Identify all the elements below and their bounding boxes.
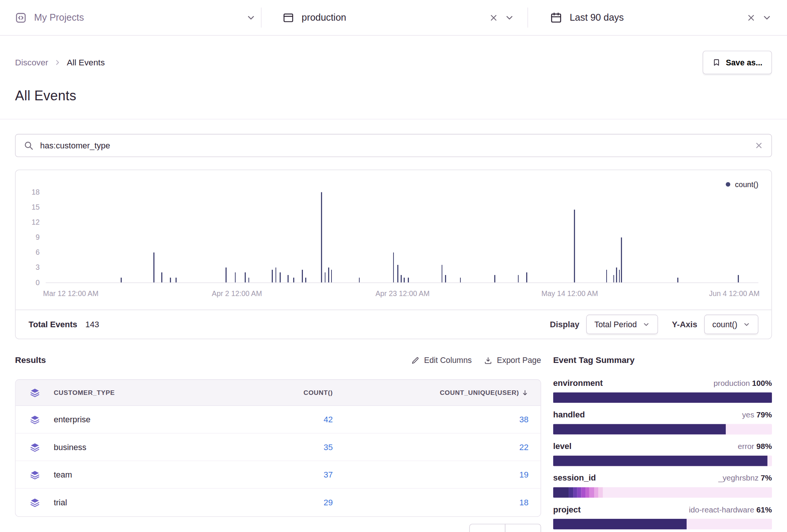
column-header-customer-type[interactable]: CUSTOMER_TYPE — [54, 389, 263, 396]
tag-summary-item: levelerror 98% — [553, 441, 772, 466]
count-unique-link[interactable]: 22 — [333, 442, 540, 452]
tag-bar-segment[interactable] — [553, 424, 726, 434]
y-tick-label: 12 — [32, 217, 40, 227]
breadcrumb-discover[interactable]: Discover — [15, 57, 48, 68]
tag-bar-segment[interactable] — [553, 392, 772, 403]
customer-type-value: enterprise — [54, 415, 263, 424]
results-table: CUSTOMER_TYPE COUNT() COUNT_UNIQUE(USER)… — [15, 379, 541, 517]
column-header-count[interactable]: COUNT() — [262, 389, 333, 396]
breadcrumb: Discover All Events — [15, 57, 105, 68]
count-unique-link[interactable]: 19 — [333, 470, 540, 479]
y-axis-dropdown[interactable]: count() — [704, 314, 758, 334]
y-tick-label: 9 — [36, 232, 40, 242]
tag-bar-segment[interactable] — [598, 487, 603, 498]
customer-type-value: business — [54, 442, 263, 452]
chevron-down-icon[interactable] — [762, 12, 772, 23]
count-unique-link[interactable]: 18 — [333, 498, 540, 507]
display-mode-value: Total Period — [595, 320, 637, 329]
tag-bar-segment[interactable] — [553, 487, 569, 498]
tag-bar-segment[interactable] — [568, 487, 573, 498]
y-tick-label: 15 — [32, 202, 40, 212]
table-body: enterprise4238business3522team3719trial2… — [15, 406, 540, 516]
clear-search-icon[interactable] — [754, 141, 763, 150]
search-input[interactable] — [40, 141, 748, 150]
export-page-button[interactable]: Export Page — [484, 356, 541, 365]
save-as-button[interactable]: Save as... — [703, 51, 772, 74]
chevron-down-icon[interactable] — [504, 12, 515, 23]
count-unique-link[interactable]: 38 — [333, 415, 540, 424]
table-row[interactable]: trial2918 — [15, 489, 540, 516]
tag-top-value: _yeghrsbnz 7% — [718, 474, 772, 483]
count-link[interactable]: 37 — [262, 470, 333, 479]
table-row[interactable]: business3522 — [15, 434, 540, 461]
tag-top-value: error 98% — [738, 442, 772, 451]
y-tick-label: 18 — [32, 187, 40, 197]
chart-footer: Total Events 143 Display Total Period Y-… — [15, 310, 771, 339]
tag-bar-segment[interactable] — [581, 487, 586, 498]
x-tick-label: May 14 12:00 AM — [541, 290, 598, 298]
tag-name: project — [553, 505, 581, 514]
date-range-label: Last 90 days — [570, 12, 624, 23]
project-selector[interactable]: My Projects — [15, 0, 261, 35]
discover-page: My Projects production — [0, 0, 787, 532]
table-header: CUSTOMER_TYPE COUNT() COUNT_UNIQUE(USER) — [15, 380, 540, 406]
tag-name: level — [553, 441, 572, 451]
tag-bar-segment[interactable] — [586, 487, 589, 498]
count-link[interactable]: 42 — [262, 415, 333, 424]
tag-distribution-bar — [553, 519, 772, 529]
window-icon — [283, 12, 294, 23]
save-as-label: Save as... — [726, 58, 762, 67]
results-title: Results — [15, 355, 46, 366]
total-events-value: 143 — [85, 320, 99, 329]
tag-bar-segment[interactable] — [594, 487, 598, 498]
tag-bar-segment[interactable] — [553, 519, 687, 529]
tag-bar-segment[interactable] — [577, 487, 581, 498]
environment-selector[interactable]: production — [262, 0, 528, 35]
legend-dot — [726, 182, 730, 187]
tag-name: environment — [553, 378, 603, 388]
legend-label: count() — [735, 180, 758, 189]
y-tick-label: 6 — [36, 247, 40, 257]
chevron-down-icon — [743, 320, 750, 328]
layers-icon — [15, 388, 53, 397]
event-volume-chart[interactable] — [46, 192, 758, 282]
edit-columns-label: Edit Columns — [424, 356, 472, 365]
tag-bar-segment[interactable] — [589, 487, 594, 498]
chart-legend: count() — [726, 180, 758, 189]
chevron-right-icon — [54, 59, 61, 66]
results-header: Results Edit Columns Export Page — [15, 351, 541, 369]
table-row[interactable]: enterprise4238 — [15, 406, 540, 433]
y-axis-label: Y-Axis — [672, 320, 697, 329]
topbar: My Projects production — [0, 0, 787, 36]
layers-icon — [15, 498, 53, 507]
tag-bar-segment[interactable] — [573, 487, 577, 498]
y-tick-label: 0 — [36, 278, 40, 288]
previous-page-button[interactable] — [469, 524, 505, 532]
count-link[interactable]: 35 — [262, 442, 333, 452]
column-header-count-unique-label: COUNT_UNIQUE(USER) — [440, 389, 519, 396]
column-header-count-unique[interactable]: COUNT_UNIQUE(USER) — [333, 389, 540, 396]
tag-top-value: ido-react-hardware 61% — [689, 505, 772, 514]
tag-summary-item: session_id_yeghrsbnz 7% — [553, 473, 772, 497]
y-axis-value: count() — [712, 320, 737, 329]
next-page-button[interactable] — [505, 524, 541, 532]
display-label: Display — [550, 320, 579, 329]
page-title: All Events — [15, 88, 772, 104]
display-mode-dropdown[interactable]: Total Period — [586, 314, 658, 334]
tag-bar-segment[interactable] — [553, 456, 768, 466]
clear-date-range-icon[interactable] — [746, 13, 756, 22]
chevron-down-icon[interactable] — [246, 12, 256, 23]
tag-distribution-bar — [553, 487, 772, 498]
y-tick-label: 3 — [36, 262, 40, 272]
bookmark-icon — [712, 58, 721, 67]
sort-descending-icon — [522, 389, 529, 396]
count-link[interactable]: 29 — [262, 498, 333, 507]
tag-top-value: production 100% — [714, 379, 772, 388]
x-tick-label: Jun 4 12:00 AM — [709, 290, 760, 298]
date-range-selector[interactable]: Last 90 days — [528, 0, 772, 35]
clear-environment-icon[interactable] — [489, 13, 498, 22]
breadcrumb-current: All Events — [67, 57, 105, 68]
edit-columns-button[interactable]: Edit Columns — [411, 356, 472, 365]
table-row[interactable]: team3719 — [15, 461, 540, 488]
search-icon — [24, 141, 34, 151]
